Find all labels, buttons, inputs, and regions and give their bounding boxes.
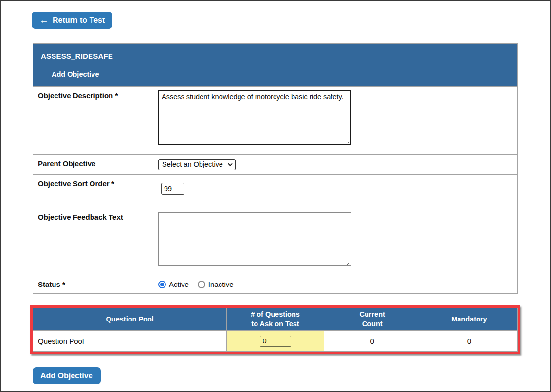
form-subtitle: Add Objective: [52, 71, 517, 78]
feedback-row: Objective Feedback Text: [33, 208, 518, 275]
header-mandatory: Mandatory: [421, 308, 517, 331]
questions-to-ask-cell: [227, 331, 324, 352]
current-count-cell: 0: [324, 331, 421, 352]
parent-objective-label: Parent Objective: [33, 155, 152, 175]
chevron-down-icon: [228, 161, 233, 166]
questions-to-ask-input[interactable]: [260, 336, 291, 347]
objective-form: ASSESS_RIDESAFE Add Objective Objective …: [33, 43, 518, 294]
header-questions-to-ask: # of Questions to Ask on Test: [227, 308, 324, 331]
header-question-pool: Question Pool: [33, 308, 227, 331]
add-objective-label: Add Objective: [40, 371, 93, 380]
mandatory-cell: 0: [421, 331, 517, 352]
return-to-test-button[interactable]: ← Return to Test: [32, 12, 112, 29]
status-active-label: Active: [169, 280, 189, 288]
pool-table-data-row: Question Pool 0 0: [33, 331, 518, 352]
sort-order-input[interactable]: [161, 183, 184, 195]
feedback-textarea[interactable]: [158, 212, 351, 266]
status-option-active[interactable]: Active: [158, 280, 189, 288]
parent-objective-row: Parent Objective Select an Objective: [33, 155, 518, 175]
description-textarea[interactable]: Assess student knowledge of motorcycle b…: [158, 90, 351, 145]
parent-objective-selected-value: Select an Objective: [162, 160, 223, 168]
sort-order-label: Objective Sort Order *: [33, 175, 152, 208]
question-pool-table: Question Pool # of Questions to Ask on T…: [33, 308, 518, 352]
return-to-test-label: Return to Test: [53, 16, 105, 25]
question-pool-highlight-border: Question Pool # of Questions to Ask on T…: [30, 305, 520, 354]
page-content: ← Return to Test ASSESS_RIDESAFE Add Obj…: [1, 1, 521, 384]
form-header: ASSESS_RIDESAFE Add Objective: [33, 44, 518, 87]
status-option-inactive[interactable]: Inactive: [198, 280, 234, 288]
status-label: Status *: [33, 275, 152, 294]
sort-order-row: Objective Sort Order *: [33, 175, 518, 208]
radio-checked-icon[interactable]: [158, 281, 166, 288]
assessment-title: ASSESS_RIDESAFE: [41, 52, 517, 60]
feedback-label: Objective Feedback Text: [33, 208, 152, 275]
pool-table-header-row: Question Pool # of Questions to Ask on T…: [33, 308, 518, 331]
header-current-count: Current Count: [324, 308, 421, 331]
description-label: Objective Description *: [33, 87, 152, 155]
page-frame: ← Return to Test ASSESS_RIDESAFE Add Obj…: [0, 0, 551, 392]
back-arrow-icon: ←: [39, 16, 49, 25]
add-objective-button[interactable]: Add Objective: [33, 367, 101, 384]
pool-name-cell: Question Pool: [33, 331, 227, 352]
radio-unchecked-icon[interactable]: [198, 281, 205, 288]
status-inactive-label: Inactive: [208, 280, 234, 288]
description-row: Objective Description * Assess student k…: [33, 87, 518, 155]
parent-objective-select[interactable]: Select an Objective: [158, 159, 236, 170]
status-row: Status * Active Inactive: [33, 275, 518, 294]
